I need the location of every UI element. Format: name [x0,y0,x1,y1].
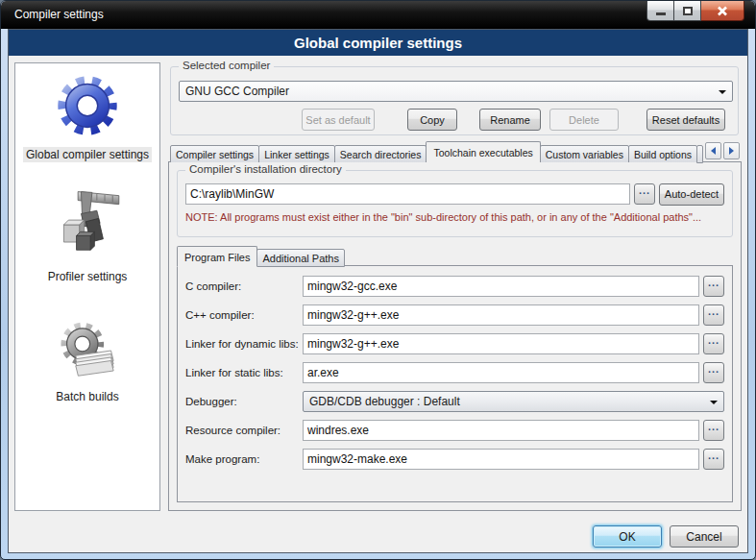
note-text: NOTE: All programs must exist either in … [185,211,730,223]
c-compiler-row: C++ compiler:... [185,304,724,326]
caliper-icon [48,185,127,264]
linker-for-static-libs-row: Linker for static libs:... [185,362,724,383]
tab-program-files[interactable]: Program Files [177,246,257,267]
settings-tabstrip: Compiler settingsLinker settingsSearch d… [170,139,740,162]
minimize-button[interactable] [646,1,674,21]
compiler-select[interactable]: GNU GCC Compiler [179,81,733,102]
c-compiler-input[interactable] [303,276,699,297]
c-compiler-row: C compiler:... [185,276,724,297]
settings-category-list: Global compiler settings [14,62,160,511]
c-compiler-browse-button[interactable]: ... [703,304,724,326]
field-label: Debugger: [185,396,299,407]
rename-button[interactable]: Rename [479,109,541,131]
program-files-tabstrip: Program FilesAdditional Paths [177,245,345,266]
compiler-settings-panel: Selected compiler GNU GCC Compiler Set a… [168,61,742,511]
resource-compiler-input[interactable] [303,420,699,441]
linker-for-dynamic-libs-browse-button[interactable]: ... [703,333,724,354]
compiler-select-value: GNU GCC Compiler [185,85,289,98]
compiler-settings-dialog: Compiler settings Global compiler settin… [0,0,756,560]
tab-additional-paths[interactable]: Additional Paths [256,249,345,267]
sidebar-item-label: Batch builds [53,389,121,404]
chevron-down-icon [719,90,726,94]
field-label: Linker for dynamic libs: [185,338,299,350]
tab-scroll-buttons [703,142,740,159]
debugger-select[interactable]: GDB/CDB debugger : Default [303,391,724,412]
installation-directory-legend: Compiler's installation directory [185,163,346,175]
field-label: Make program: [185,453,299,465]
make-program-browse-button[interactable]: ... [703,449,724,470]
window-controls [646,1,744,21]
settings-tabs: Compiler settingsLinker settingsSearch d… [170,141,697,162]
debugger-row: Debugger:GDB/CDB debugger : Default [185,391,724,412]
linker-for-dynamic-libs-input[interactable] [303,333,699,354]
arrow-left-icon [711,147,716,155]
linker-for-static-libs-browse-button[interactable]: ... [703,362,724,383]
select-value: GDB/CDB debugger : Default [309,395,460,408]
sidebar-item-profiler-settings[interactable]: Profiler settings [15,185,159,284]
restore-icon [683,7,693,15]
field-label: C compiler: [185,280,299,292]
tab-compiler-settings[interactable]: Compiler settings [170,145,259,162]
cancel-button[interactable]: Cancel [670,525,739,548]
resource-compiler-row: Resource compiler:... [185,420,724,441]
close-button[interactable] [701,1,744,21]
page-title: Global compiler settings [9,30,747,56]
gear-papers-icon [54,317,121,384]
tab-linker-settings[interactable]: Linker settings [258,145,335,162]
installation-directory-group: Compiler's installation directory ... Au… [177,170,733,237]
make-program-input[interactable] [303,449,699,470]
installation-directory-row: ... Auto-detect [185,183,724,205]
auto-detect-button[interactable]: Auto-detect [659,183,724,206]
delete-button: Delete [549,109,619,131]
make-program-row: Make program:... [185,449,724,470]
toolchain-executables-panel: Compiler's installation directory ... Au… [168,161,742,511]
c-compiler-browse-button[interactable]: ... [703,276,724,297]
tab-toolchain-executables[interactable]: Toolchain executables [426,141,540,162]
selected-compiler-legend: Selected compiler [179,60,274,71]
sidebar-item-label: Profiler settings [45,269,131,284]
tab-partial[interactable] [696,145,703,163]
installation-directory-browse-button[interactable]: ... [634,183,655,205]
titlebar[interactable]: Compiler settings [1,1,755,29]
copy-button[interactable]: Copy [407,109,457,131]
dialog-header: Global compiler settings [9,30,747,56]
arrow-right-icon [729,147,734,155]
selected-compiler-group: Selected compiler GNU GCC Compiler Set a… [170,66,739,135]
window-title: Compiler settings [14,8,104,21]
linker-for-dynamic-libs-row: Linker for dynamic libs:... [185,333,724,354]
c-compiler-input[interactable] [303,304,699,326]
tab-search-directories[interactable]: Search directories [334,145,427,162]
tab-scroll-right-button[interactable] [723,142,740,159]
reset-defaults-button[interactable]: Reset defaults [646,109,725,131]
ok-button[interactable]: OK [593,525,662,548]
minimize-icon [656,12,666,15]
tab-build-options[interactable]: Build options [628,145,697,162]
compiler-action-buttons: Set as defaultCopyRenameDeleteReset defa… [179,109,734,131]
resource-compiler-browse-button[interactable]: ... [703,420,724,441]
sidebar-item-global-compiler-settings[interactable]: Global compiler settings [15,67,159,162]
program-files-panel: C compiler:...C++ compiler:...Linker for… [177,265,733,502]
close-icon [717,6,728,16]
set-as-default-button: Set as default [302,109,375,131]
field-label: Resource compiler: [185,425,299,436]
tab-custom-variables[interactable]: Custom variables [540,145,629,162]
sidebar-item-batch-builds[interactable]: Batch builds [15,317,159,404]
tab-scroll-left-button[interactable] [705,142,721,159]
field-label: Linker for static libs: [185,367,299,378]
field-label: C++ compiler: [185,309,299,321]
installation-directory-input[interactable] [185,183,630,205]
restore-button[interactable] [674,1,701,21]
chevron-down-icon [710,401,718,404]
sidebar-item-label: Global compiler settings [23,147,152,162]
linker-for-static-libs-input[interactable] [303,362,699,383]
dialog-client-area: Global compiler settings Global compiler… [8,29,748,553]
blue-gear-icon [50,67,125,142]
